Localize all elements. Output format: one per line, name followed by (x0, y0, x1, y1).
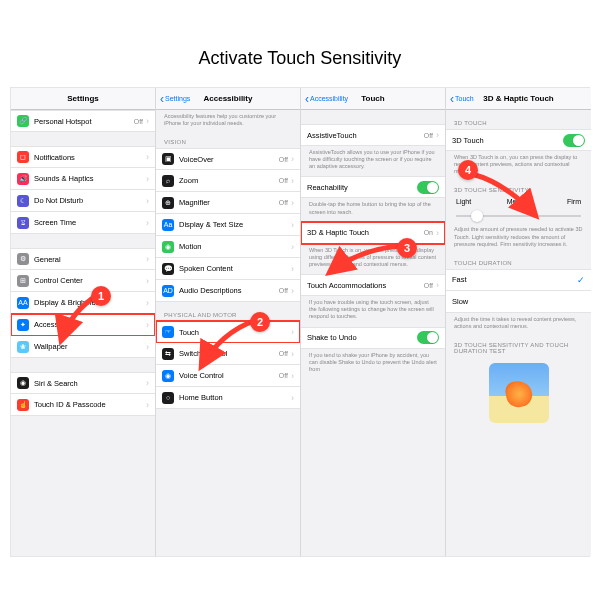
group-label-vision: VISION (156, 133, 300, 148)
row-touch-accommodations[interactable]: Touch Accommodations Off › (301, 274, 445, 296)
header: Settings (11, 88, 155, 110)
row-settings[interactable]: 🔊Sounds & Haptics› (11, 168, 155, 190)
row-settings[interactable]: ⚙︎General› (11, 248, 155, 270)
step-badge-3: 3 (397, 238, 417, 258)
back-button[interactable]: Settings (160, 95, 190, 102)
chevron-icon: › (146, 400, 149, 410)
app-icon: ⌛︎ (17, 217, 29, 229)
row-duration-slow[interactable]: Slow (446, 291, 591, 313)
label: General (34, 255, 143, 264)
label: Display & Text Size (179, 220, 288, 229)
label: Motion (179, 242, 288, 251)
label: Switch Control (179, 349, 276, 358)
header: Accessibility Touch (301, 88, 445, 110)
group-label: 3D TOUCH SENSITIVITY AND TOUCH DURATION … (446, 336, 591, 357)
app-icon: ▣ (162, 153, 174, 165)
seg-light: Light (456, 198, 471, 205)
seg-medium: Medium (507, 198, 532, 205)
row-accessibility[interactable]: AaDisplay & Text Size› (156, 214, 300, 236)
app-icon: 🔊 (17, 173, 29, 185)
row-accessibility[interactable]: 💬Spoken Content› (156, 258, 300, 280)
label: Accessibility (34, 320, 143, 329)
label: Control Center (34, 276, 143, 285)
label: Reachability (307, 183, 414, 192)
app-icon: ✦ (17, 319, 29, 331)
chevron-icon: › (291, 264, 294, 274)
header: Touch 3D & Haptic Touch (446, 88, 591, 110)
row-accessibility[interactable]: ⊕MagnifierOff› (156, 192, 300, 214)
app-icon: ⚙︎ (17, 253, 29, 265)
row-settings[interactable]: ⌛︎Screen Time› (11, 212, 155, 234)
app-icon: ◉ (17, 377, 29, 389)
row-accessibility[interactable]: ⇆Switch ControlOff› (156, 343, 300, 365)
row-reachability[interactable]: Reachability (301, 176, 445, 198)
chevron-icon: › (436, 228, 439, 238)
value: Off (424, 282, 433, 289)
step-badge-2: 2 (250, 312, 270, 332)
chevron-icon: › (291, 220, 294, 230)
label: Wallpaper (34, 342, 143, 351)
label: Sounds & Haptics (34, 174, 143, 183)
row-settings[interactable]: ❀Wallpaper› (11, 336, 155, 358)
header-title: 3D & Haptic Touch (483, 94, 554, 103)
group-label-motor: PHYSICAL AND MOTOR (156, 302, 300, 321)
row-settings[interactable]: ✦Accessibility› (11, 314, 155, 336)
app-icon: ⌕ (162, 175, 174, 187)
helper-text: Adjust the time it takes to reveal conte… (446, 313, 591, 336)
chevron-icon: › (146, 196, 149, 206)
chevron-icon: › (291, 286, 294, 296)
label: Home Button (179, 393, 288, 402)
label: Screen Time (34, 218, 143, 227)
row-settings[interactable]: ◻︎Notifications› (11, 146, 155, 168)
row-accessibility[interactable]: ○Home Button› (156, 387, 300, 409)
label: Display & Brightness (34, 298, 143, 307)
row-3d-touch-switch[interactable]: 3D Touch (446, 129, 591, 151)
back-button[interactable]: Touch (450, 95, 474, 102)
row-settings[interactable]: ☝Touch ID & Passcode› (11, 394, 155, 416)
row-accessibility[interactable]: ◉Voice ControlOff› (156, 365, 300, 387)
app-icon: AA (17, 297, 29, 309)
app-icon: ◉ (162, 370, 174, 382)
row-accessibility[interactable]: ⌕ZoomOff› (156, 170, 300, 192)
row-accessibility[interactable]: ◉Motion› (156, 236, 300, 258)
label: Slow (452, 297, 585, 306)
app-icon: ○ (162, 392, 174, 404)
row-shake-to-undo[interactable]: Shake to Undo (301, 327, 445, 349)
row-duration-fast[interactable]: Fast ✓ (446, 269, 591, 291)
row-settings[interactable]: 🔗Personal HotspotOff› (11, 110, 155, 132)
shake-toggle[interactable] (417, 331, 439, 344)
value: Off (279, 372, 288, 379)
slider-thumb[interactable] (471, 210, 483, 222)
row-3d-haptic-touch[interactable]: 3D & Haptic Touch On › (301, 222, 445, 244)
row-settings[interactable]: ⊞Control Center› (11, 270, 155, 292)
row-accessibility[interactable]: ▣VoiceOverOff› (156, 148, 300, 170)
app-icon: ⇆ (162, 348, 174, 360)
sensitivity-slider[interactable] (456, 209, 581, 223)
row-settings[interactable]: ◉Siri & Search› (11, 372, 155, 394)
value: Off (279, 199, 288, 206)
label: Voice Control (179, 371, 276, 380)
label: Siri & Search (34, 379, 143, 388)
helper-text: If you have trouble using the touch scre… (301, 296, 445, 326)
chevron-icon: › (291, 198, 294, 208)
3d-touch-toggle[interactable] (563, 134, 585, 147)
app-icon: ◉ (162, 241, 174, 253)
row-settings[interactable]: AADisplay & Brightness› (11, 292, 155, 314)
back-button[interactable]: Accessibility (305, 95, 348, 102)
app-icon: AD (162, 285, 174, 297)
label: Touch Accommodations (307, 281, 421, 290)
tutorial-stage: Settings 🔗Personal HotspotOff›◻︎Notifica… (10, 87, 590, 557)
app-icon: 🔗 (17, 115, 29, 127)
reachability-toggle[interactable] (417, 181, 439, 194)
label: Shake to Undo (307, 333, 414, 342)
test-image[interactable] (489, 363, 549, 423)
row-accessibility[interactable]: ADAudio DescriptionsOff› (156, 280, 300, 302)
seg-firm: Firm (567, 198, 581, 205)
label: Do Not Disturb (34, 196, 143, 205)
row-accessibility[interactable]: ☞Touch› (156, 321, 300, 343)
row-assistivetouch[interactable]: AssistiveTouch Off › (301, 124, 445, 146)
group-label: TOUCH DURATION (446, 254, 591, 269)
row-settings[interactable]: ☾Do Not Disturb› (11, 190, 155, 212)
label: Zoom (179, 176, 276, 185)
chevron-icon: › (146, 218, 149, 228)
